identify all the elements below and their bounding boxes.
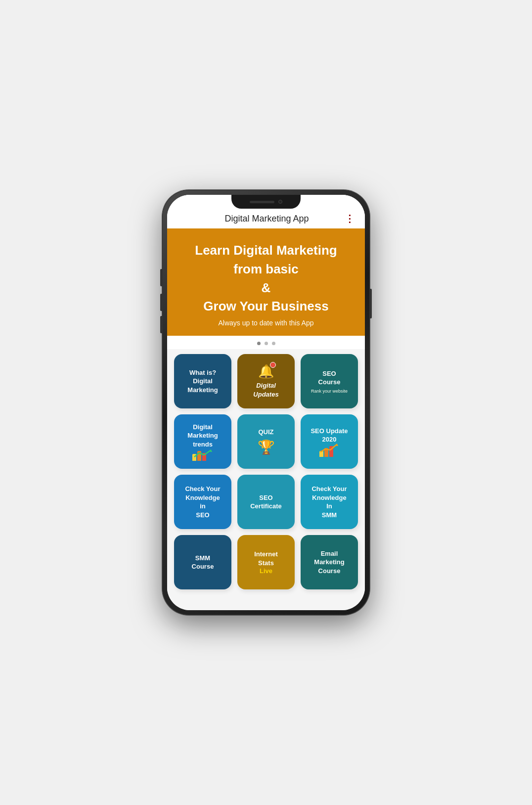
- card-label: Check YourKnowledgeInSMM: [311, 485, 347, 519]
- card-seo-certificate[interactable]: SEOCertificate: [237, 475, 295, 529]
- card-seo-update-2020[interactable]: SEO Update2020: [301, 414, 358, 469]
- dot-2[interactable]: [265, 342, 268, 345]
- speaker: [250, 201, 274, 203]
- banner-title-line4: Grow Your Business: [177, 298, 355, 315]
- banner-subtitle: Always up to date with this App: [177, 319, 355, 327]
- card-label: What is?DigitalMarketing: [187, 368, 218, 395]
- camera: [278, 200, 282, 204]
- notch: [231, 195, 301, 209]
- chart-icon: [192, 451, 213, 461]
- phone-screen: Digital Marketing App ⋮ Learn Digital Ma…: [167, 195, 365, 610]
- card-internet-stats[interactable]: InternetStats Live: [237, 535, 295, 589]
- phone-frame: Digital Marketing App ⋮ Learn Digital Ma…: [162, 190, 370, 615]
- banner: Learn Digital Marketing from basic & Gro…: [167, 228, 365, 336]
- card-label: SMMCourse: [192, 554, 214, 571]
- card-email-marketing-course[interactable]: EmailMarketingCourse: [301, 535, 358, 589]
- card-label: InternetStats: [254, 550, 278, 567]
- banner-title-line1: Learn Digital Marketing: [177, 242, 355, 259]
- card-digital-marketing-trends[interactable]: DigitalMarketingtrends: [174, 414, 231, 469]
- card-check-knowledge-seo[interactable]: Check YourKnowledgeinSEO: [174, 475, 231, 529]
- card-label: Check YourKnowledgeinSEO: [185, 485, 220, 519]
- carousel-dots: [167, 336, 365, 349]
- card-seo-course[interactable]: SEOCourse Rank your website: [301, 354, 358, 408]
- card-label: QUIZ: [258, 428, 273, 437]
- screen-content: Digital Marketing App ⋮ Learn Digital Ma…: [167, 195, 365, 610]
- card-label: DigitalUpdates: [253, 381, 278, 399]
- card-sublabel: Rank your website: [311, 389, 348, 394]
- dot-3[interactable]: [272, 342, 275, 345]
- card-label: EmailMarketingCourse: [314, 549, 344, 576]
- notification-badge: [270, 362, 276, 368]
- banner-title-line2: from basic: [177, 261, 355, 278]
- banner-title-line3: &: [177, 280, 355, 297]
- card-label: SEOCourse: [318, 369, 341, 387]
- trophy-icon: 🏆: [258, 439, 275, 455]
- card-grid: What is?DigitalMarketing 🔔 DigitalUpdate…: [167, 349, 365, 599]
- live-label: Live: [260, 567, 272, 575]
- card-label: SEO Update2020: [310, 427, 348, 444]
- card-quiz[interactable]: QUIZ 🏆: [237, 414, 295, 469]
- bell-icon: 🔔: [258, 364, 274, 379]
- card-label: DigitalMarketingtrends: [187, 423, 218, 449]
- dot-1[interactable]: [257, 342, 261, 345]
- card-label: SEOCertificate: [250, 493, 282, 511]
- chart-icon: [319, 446, 339, 457]
- card-what-is-digital-marketing[interactable]: What is?DigitalMarketing: [174, 354, 231, 408]
- card-digital-updates[interactable]: 🔔 DigitalUpdates: [237, 354, 295, 408]
- menu-dots-button[interactable]: ⋮: [345, 213, 355, 224]
- app-title: Digital Marketing App: [189, 214, 345, 224]
- card-check-knowledge-smm[interactable]: Check YourKnowledgeInSMM: [301, 475, 358, 529]
- card-smm-course[interactable]: SMMCourse: [174, 535, 231, 589]
